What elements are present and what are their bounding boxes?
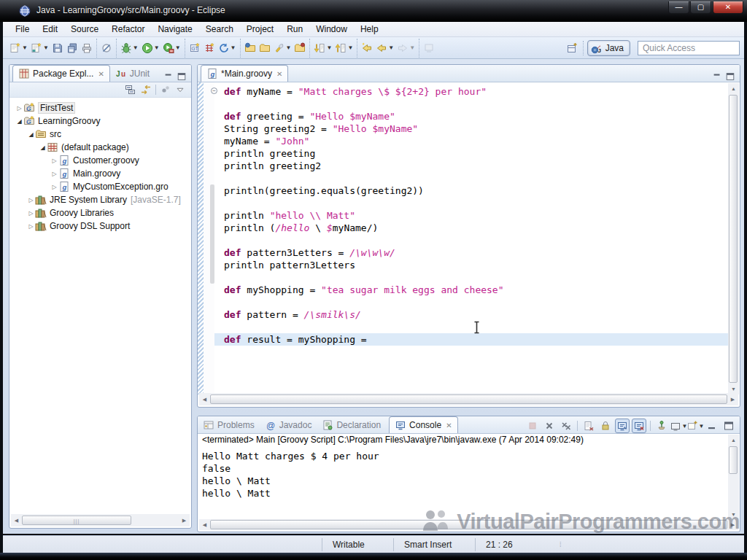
new-wizard-button[interactable]: ▼	[8, 39, 29, 57]
code-text[interactable]: def myName = "Matt charges \$ ${2+2} per…	[214, 85, 729, 346]
search-button[interactable]: ▼	[272, 39, 293, 57]
last-edit-location-button[interactable]	[360, 39, 374, 57]
menu-window[interactable]: Window	[309, 23, 354, 36]
dropdown-arrow-icon[interactable]: ▼	[326, 44, 332, 51]
tree-item-firsttest[interactable]: ▷GFirstTest	[9, 101, 191, 114]
expand-arrow-icon[interactable]: ▷	[50, 171, 58, 177]
collapse-arrow-icon[interactable]: ◢	[15, 118, 23, 125]
tab-console[interactable]: Console✕	[389, 416, 457, 433]
collapse-arrow-icon[interactable]: ◢	[39, 144, 47, 151]
new-java-grid-button[interactable]	[202, 39, 217, 57]
tree-item-learninggroovy[interactable]: ◢GLearningGroovy	[9, 114, 191, 128]
tree-item-main-groovy[interactable]: ▷gMain.groovy	[9, 167, 191, 180]
menu-navigate[interactable]: Navigate	[151, 23, 198, 36]
open-folder-button[interactable]	[258, 39, 272, 57]
editor-vscrollbar[interactable]: ▲ ▼	[728, 83, 739, 394]
run-external-button[interactable]: ▼	[161, 39, 182, 57]
view-maximize-icon[interactable]	[177, 71, 187, 82]
code-editor[interactable]: − def myName = "Matt charges \$ ${2+2} p…	[198, 82, 729, 394]
collapse-arrow-icon[interactable]: ◢	[27, 131, 35, 138]
open-perspective-button[interactable]	[565, 39, 579, 57]
remove-all-launches-button[interactable]	[559, 419, 573, 433]
next-annotation-button[interactable]: ▼	[312, 39, 333, 57]
new-java-wizard-button[interactable]: ▼	[29, 39, 50, 57]
link-with-editor-icon[interactable]	[140, 84, 152, 96]
remove-launch-button[interactable]	[542, 419, 557, 433]
pin-console-button[interactable]	[654, 419, 669, 433]
focus-task-icon[interactable]	[160, 84, 171, 96]
dropdown-arrow-icon[interactable]: ▼	[286, 44, 292, 51]
view-minimize-icon[interactable]	[712, 71, 722, 82]
menu-project[interactable]: Project	[240, 23, 280, 36]
editor-hscrollbar[interactable]: ◀ ▶	[199, 393, 738, 405]
console-hscrollbar[interactable]: ◀ ▶	[199, 519, 738, 530]
tree-item-mycustomexception-gro[interactable]: ▷gMyCustomException.gro	[9, 180, 191, 193]
expand-arrow-icon[interactable]: ▷	[50, 184, 58, 190]
debug-button[interactable]: ▼	[119, 39, 140, 57]
tree-item--default-package-[interactable]: ◢(default package)	[9, 141, 191, 154]
tab-junit[interactable]: Ju JUnit	[110, 65, 155, 82]
menu-help[interactable]: Help	[354, 23, 385, 36]
save-all-button[interactable]	[65, 39, 80, 57]
expand-arrow-icon[interactable]: ▷	[27, 197, 35, 203]
save-button[interactable]	[50, 39, 65, 57]
dropdown-arrow-icon[interactable]: ▼	[175, 44, 181, 51]
expand-arrow-icon[interactable]: ▷	[50, 158, 58, 164]
display-console-button[interactable]: ▼	[671, 419, 686, 433]
maximize-button[interactable]: ▢	[690, 1, 711, 14]
menu-run[interactable]: Run	[280, 23, 309, 36]
expand-arrow-icon[interactable]: ▷	[27, 210, 35, 217]
close-icon[interactable]: ✕	[446, 421, 452, 429]
tree-item-src[interactable]: ◢src	[9, 128, 191, 141]
run-button[interactable]: ▼	[140, 39, 161, 57]
tab-javadoc[interactable]: @Javadoc	[260, 416, 317, 433]
tab-main-groovy[interactable]: g *Main.groovy ✕	[201, 65, 288, 82]
close-icon[interactable]: ✕	[276, 70, 282, 78]
quick-access-input[interactable]	[638, 41, 740, 55]
close-button[interactable]: ✕	[713, 1, 743, 14]
open-resource-button[interactable]	[293, 39, 307, 57]
menu-search[interactable]: Search	[199, 23, 240, 36]
menu-refactor[interactable]: Refactor	[105, 23, 151, 36]
groovy-refresh-button[interactable]: ▼	[217, 39, 238, 57]
tree-item-groovy-dsl-support[interactable]: ▷Groovy DSL Support	[9, 219, 191, 233]
show-stdout-button[interactable]	[615, 419, 630, 433]
dropdown-arrow-icon[interactable]: ▼	[133, 44, 139, 51]
dropdown-arrow-icon[interactable]: ▼	[409, 44, 415, 51]
open-console-button[interactable]: ▼	[688, 419, 703, 433]
tree-item-jre-system-library[interactable]: ▷JRE System Library[JavaSE-1.7]	[9, 193, 191, 206]
dropdown-arrow-icon[interactable]: ▼	[43, 44, 49, 51]
terminate-button[interactable]	[525, 419, 540, 433]
open-type-button[interactable]	[243, 39, 258, 57]
show-stderr-button[interactable]	[632, 419, 646, 433]
tab-problems[interactable]: Problems	[198, 416, 260, 433]
dropdown-arrow-icon[interactable]: ▼	[699, 423, 705, 429]
tree-item-groovy-libraries[interactable]: ▷Groovy Libraries	[9, 206, 191, 219]
view-maximize-icon[interactable]	[725, 71, 735, 82]
view-minimize-button[interactable]	[705, 419, 719, 433]
tree-item-customer-groovy[interactable]: ▷gCustomer.groovy	[9, 154, 191, 167]
print-button[interactable]	[80, 39, 94, 57]
collapse-all-icon[interactable]	[125, 84, 136, 96]
scroll-lock-button[interactable]	[598, 419, 613, 433]
forward-button[interactable]: ▼	[395, 39, 417, 57]
view-maximize-button[interactable]	[721, 419, 736, 433]
dropdown-arrow-icon[interactable]: ▼	[347, 44, 353, 51]
close-icon[interactable]: ✕	[98, 70, 104, 78]
dropdown-arrow-icon[interactable]: ▼	[388, 44, 394, 51]
java-perspective-button[interactable]: J Java	[587, 40, 630, 56]
skip-breakpoints-button[interactable]	[99, 39, 114, 57]
view-minimize-icon[interactable]	[163, 71, 174, 82]
dropdown-arrow-icon[interactable]: ▼	[22, 44, 28, 51]
minimize-button[interactable]: —	[668, 1, 689, 14]
menu-file[interactable]: File	[9, 23, 36, 36]
console-output[interactable]: Hello Matt charges $ 4 per hourfalsehell…	[198, 448, 729, 520]
dropdown-arrow-icon[interactable]: ▼	[231, 44, 236, 51]
expand-arrow-icon[interactable]: ▷	[15, 105, 23, 112]
package-explorer-hscrollbar[interactable]: ◀ ||| ▶	[11, 514, 190, 526]
clear-console-button[interactable]	[581, 419, 596, 433]
pin-editor-button[interactable]	[422, 39, 436, 57]
menu-source[interactable]: Source	[64, 23, 105, 36]
console-vscrollbar[interactable]: ▲ ▼	[728, 435, 739, 520]
tab-declaration[interactable]: Declaration	[317, 416, 386, 433]
